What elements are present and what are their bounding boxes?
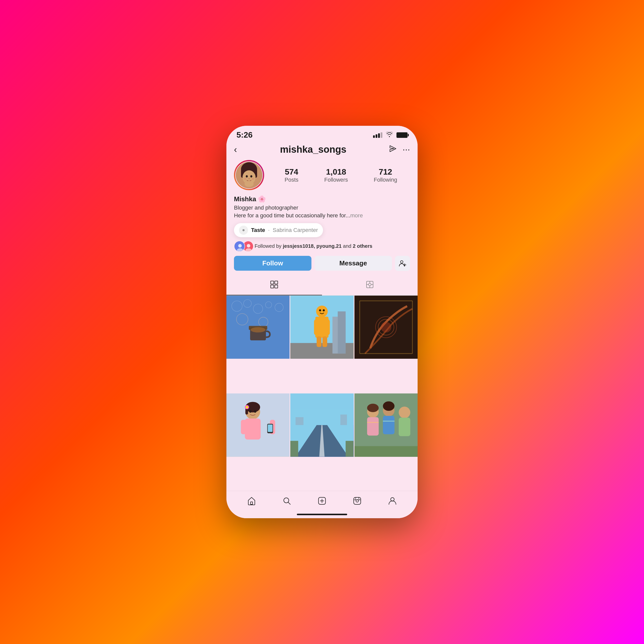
send-icon[interactable] [389, 145, 396, 154]
svg-rect-99 [354, 446, 418, 457]
svg-point-8 [244, 178, 247, 180]
more-options-icon[interactable]: ⋯ [403, 145, 410, 154]
bio-line1: Blogger and photographer [234, 205, 298, 211]
music-artist-name: Sabrina Carpenter [273, 227, 318, 233]
svg-rect-100 [251, 502, 253, 504]
profile-display-name: Mishka 🌸 [234, 195, 410, 203]
follow-button[interactable]: Follow [234, 256, 311, 271]
create-icon [317, 496, 327, 508]
status-icons [373, 132, 408, 139]
avatar [234, 160, 264, 190]
followed-by-label: Followed by [255, 243, 283, 249]
bottom-nav [226, 491, 418, 511]
followers-stat[interactable]: 1,018 Followers [324, 167, 348, 183]
bio-section: Mishka 🌸 Blogger and photographer Here f… [226, 195, 418, 223]
svg-point-61 [381, 322, 391, 332]
svg-point-21 [400, 261, 403, 263]
svg-rect-83 [290, 441, 298, 457]
profile-username: mishka_songs [280, 144, 346, 155]
home-bar [297, 514, 347, 515]
svg-point-7 [248, 178, 250, 179]
photo-grid [226, 296, 418, 491]
grid-cell-2[interactable] [290, 296, 353, 359]
svg-point-91 [367, 404, 379, 412]
followers-label: Followers [324, 177, 348, 183]
following-label: Following [374, 177, 397, 183]
svg-rect-55 [323, 336, 327, 347]
music-note-icon [239, 226, 248, 235]
svg-rect-54 [317, 336, 321, 347]
tab-tagged[interactable] [322, 276, 418, 295]
followed-by-section: Followed by jessjess1018, pyoung.21 and … [226, 241, 418, 256]
svg-rect-106 [354, 497, 361, 504]
follower-avatars [234, 241, 251, 252]
profile-section: 574 Posts 1,018 Followers 712 Following [226, 157, 418, 195]
tagged-posts-icon [366, 280, 374, 291]
message-button[interactable]: Message [314, 256, 392, 271]
signal-icon [373, 132, 382, 138]
status-time: 5:26 [236, 130, 253, 140]
search-nav-item[interactable] [278, 496, 296, 508]
profile-top: 574 Posts 1,018 Followers 712 Following [234, 160, 410, 190]
music-popup[interactable]: Taste · Sabrina Carpenter [234, 223, 323, 237]
tab-bar [226, 276, 418, 296]
nav-bar: ‹ mishka_songs ⋯ [226, 142, 418, 157]
svg-point-78 [254, 410, 256, 413]
svg-rect-87 [340, 415, 347, 425]
create-nav-item[interactable] [313, 496, 331, 508]
grid-cell-6[interactable] [354, 393, 418, 457]
svg-line-109 [355, 497, 356, 500]
posts-count: 574 [285, 167, 298, 177]
grid-cell-3[interactable] [354, 296, 418, 359]
svg-rect-26 [271, 285, 274, 288]
grid-cell-5[interactable] [290, 393, 353, 457]
svg-rect-93 [383, 416, 394, 434]
following-stat[interactable]: 712 Following [374, 167, 397, 183]
bio-more-link[interactable]: more [350, 212, 363, 219]
svg-rect-25 [275, 281, 278, 284]
back-button[interactable]: ‹ [234, 144, 237, 155]
svg-point-95 [399, 407, 410, 418]
svg-point-10 [245, 181, 254, 187]
svg-point-29 [369, 283, 371, 286]
home-icon [247, 496, 256, 508]
reels-nav-item[interactable] [348, 496, 366, 508]
music-separator: · [268, 227, 270, 233]
svg-rect-52 [314, 319, 319, 335]
following-count: 712 [374, 167, 397, 177]
bio-line2: Here for a good time but occasionally he… [234, 212, 350, 219]
svg-line-110 [358, 497, 359, 500]
action-buttons: Follow Message [226, 256, 418, 276]
svg-point-50 [316, 305, 328, 317]
posts-stat[interactable]: 574 Posts [285, 167, 298, 183]
svg-rect-85 [290, 393, 353, 409]
grid-cell-4[interactable] [226, 393, 290, 457]
search-icon [282, 496, 291, 508]
svg-rect-86 [296, 417, 303, 425]
followed-by-text: Followed by jessjess1018, pyoung.21 and … [255, 243, 372, 249]
followed-by-users: jessjess1018, pyoung.21 [283, 243, 341, 249]
add-person-button[interactable] [395, 256, 410, 271]
svg-point-14 [243, 230, 244, 230]
status-bar: 5:26 [226, 126, 418, 142]
svg-rect-53 [325, 319, 330, 335]
nav-actions: ⋯ [389, 145, 410, 154]
svg-point-94 [383, 401, 394, 411]
svg-point-77 [249, 410, 252, 413]
svg-point-74 [246, 406, 248, 408]
profile-nav-icon [388, 496, 397, 508]
follower-avatar-1 [234, 241, 245, 252]
svg-rect-96 [399, 418, 410, 436]
followers-count: 1,018 [324, 167, 348, 177]
wifi-icon [386, 132, 393, 139]
svg-rect-84 [346, 441, 353, 457]
reels-icon [353, 496, 362, 508]
home-nav-item[interactable] [243, 496, 260, 508]
profile-nav-item[interactable] [384, 496, 401, 508]
svg-point-111 [391, 498, 394, 501]
svg-point-5 [246, 175, 248, 178]
svg-point-44 [251, 327, 265, 332]
grid-cell-1[interactable] [226, 296, 290, 359]
svg-rect-68 [245, 419, 261, 440]
tab-grid[interactable] [226, 276, 322, 295]
